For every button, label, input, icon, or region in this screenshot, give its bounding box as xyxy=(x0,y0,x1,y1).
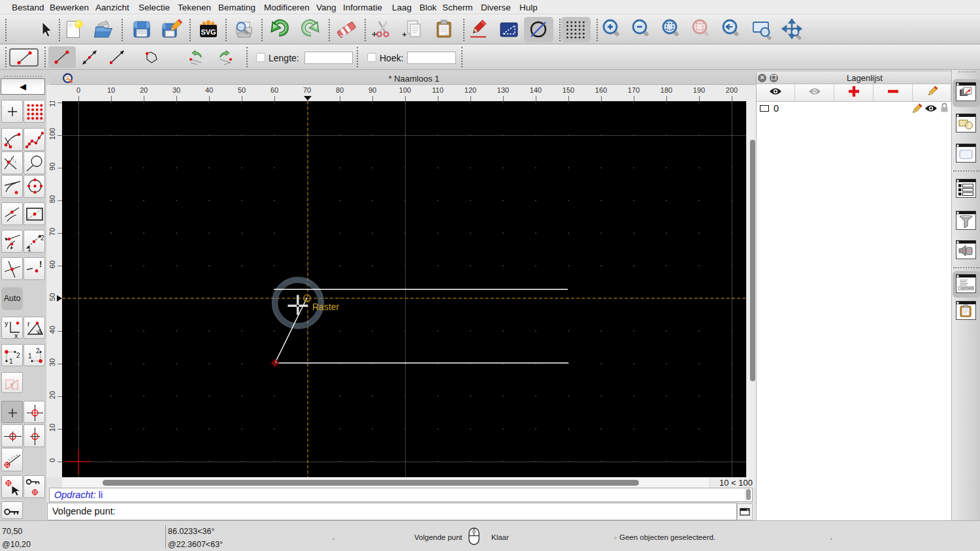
svg-text:2: 2 xyxy=(41,234,44,242)
svg-text:SVG: SVG xyxy=(201,28,216,36)
svg-text:r: r xyxy=(27,320,30,328)
svg-text:2: 2 xyxy=(36,347,40,354)
svg-text:1: 1 xyxy=(27,245,31,253)
svg-text:1: 1 xyxy=(28,353,32,360)
svg-text:!: ! xyxy=(39,259,42,269)
svg-text:2: 2 xyxy=(16,352,20,359)
svg-text:x: x xyxy=(14,332,18,339)
svg-text:a: a xyxy=(38,328,42,335)
svg-text:1: 1 xyxy=(9,358,13,365)
svg-text:command: command xyxy=(960,287,973,290)
svg-text:y: y xyxy=(5,319,8,327)
